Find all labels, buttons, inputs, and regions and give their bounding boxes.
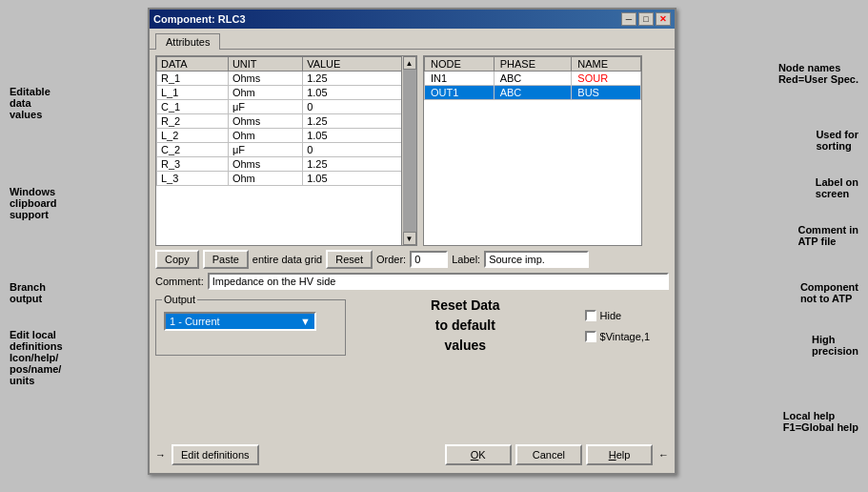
col-name: NAME — [572, 57, 641, 72]
node-table-cell[interactable]: ABC — [494, 72, 572, 86]
col-unit: UNIT — [228, 57, 302, 72]
hide-checkbox-row: Hide — [585, 310, 650, 321]
table-cell[interactable]: L_2 — [157, 129, 229, 143]
minimize-button[interactable]: ─ — [621, 12, 636, 26]
node-table-cell[interactable]: SOUR — [572, 72, 641, 86]
output-section: Output 1 - Current ▼ — [155, 299, 346, 356]
node-table-row[interactable]: OUT1ABCBUS — [425, 86, 641, 100]
table-cell[interactable]: R_1 — [157, 72, 229, 86]
high-precision-annotation: High precision — [812, 334, 858, 357]
maximize-button[interactable]: □ — [638, 12, 654, 26]
table-cell[interactable]: 1.25 — [303, 114, 416, 129]
scroll-track[interactable] — [403, 70, 416, 232]
tables-row: DATA UNIT VALUE R_1Ohms1.25L_1Ohm1.05C_1… — [155, 55, 669, 246]
table-cell[interactable]: C_1 — [157, 100, 229, 114]
dialog-title: Component: RLC3 — [153, 13, 246, 25]
node-table-row[interactable]: IN1ABCSOUR — [425, 72, 641, 86]
entire-grid-label: entire data grid — [252, 254, 322, 265]
output-dropdown[interactable]: 1 - Current ▼ — [164, 312, 316, 331]
table-row[interactable]: C_2μF0 — [157, 143, 416, 157]
node-table: NODE PHASE NAME IN1ABCSOUROUT1ABCBUS — [423, 55, 642, 246]
col-data: DATA — [157, 57, 229, 72]
label-screen-annotation: Label on screen — [816, 176, 858, 199]
node-table-cell[interactable]: BUS — [572, 86, 641, 100]
title-bar: Component: RLC3 ─ □ ✕ — [150, 10, 675, 29]
table-cell[interactable]: L_1 — [157, 86, 229, 100]
paste-button[interactable]: Paste — [203, 250, 249, 269]
edit-local-annotation: Edit local definitions Icon/help/ pos/na… — [10, 329, 63, 386]
table-cell[interactable]: 1.25 — [303, 157, 416, 172]
used-sorting-annotation: Used for sorting — [816, 129, 858, 152]
label-input[interactable] — [484, 251, 589, 268]
dropdown-arrow-icon: ▼ — [300, 316, 311, 327]
component-data-table: DATA UNIT VALUE R_1Ohms1.25L_1Ohm1.05C_1… — [156, 56, 416, 186]
label-label: Label: — [452, 254, 480, 265]
hide-checkbox[interactable] — [585, 310, 596, 321]
node-data-table: NODE PHASE NAME IN1ABCSOUROUT1ABCBUS — [424, 56, 641, 100]
arrow-edit-icon: → — [155, 449, 166, 461]
node-table-cell[interactable]: IN1 — [425, 72, 495, 86]
table-row[interactable]: L_1Ohm1.05 — [157, 86, 416, 100]
table-row[interactable]: L_2Ohm1.05 — [157, 129, 416, 143]
table-cell[interactable]: 0 — [303, 100, 416, 114]
vintage-checkbox-row: $Vintage,1 — [585, 331, 650, 342]
table-cell[interactable]: Ohms — [228, 157, 302, 172]
ok-button[interactable]: OK — [445, 444, 512, 465]
output-row: Output 1 - Current ▼ Reset Data to defau… — [155, 296, 669, 356]
table-cell[interactable]: 1.05 — [303, 86, 416, 100]
table-cell[interactable]: Ohm — [228, 129, 302, 143]
table-row[interactable]: R_3Ohms1.25 — [157, 157, 416, 172]
col-value: VALUE — [303, 57, 416, 72]
reset-data-label: Reset Data to default values — [355, 296, 575, 356]
buttons-row: Copy Paste entire data grid Reset Order:… — [155, 250, 669, 269]
comment-input[interactable] — [208, 273, 669, 290]
node-names-annotation: Node names Red=User Spec. — [778, 62, 858, 85]
table-row[interactable]: C_1μF0 — [157, 100, 416, 114]
reset-button[interactable]: Reset — [326, 250, 373, 269]
data-table-scrollbar[interactable]: ▲ ▼ — [401, 56, 416, 245]
order-input[interactable] — [410, 251, 448, 268]
table-cell[interactable]: R_2 — [157, 114, 229, 129]
checkboxes-area: Hide $Vintage,1 — [585, 296, 650, 356]
comment-row: Comment: — [155, 273, 669, 290]
hide-label: Hide — [600, 310, 622, 321]
output-dropdown-row: 1 - Current ▼ — [164, 312, 337, 331]
tab-bar: Attributes — [150, 29, 675, 49]
node-table-cell[interactable]: ABC — [494, 86, 572, 100]
table-cell[interactable]: C_2 — [157, 143, 229, 157]
scroll-down-button[interactable]: ▼ — [403, 232, 416, 245]
table-cell[interactable]: L_3 — [157, 172, 229, 186]
title-bar-buttons: ─ □ ✕ — [621, 12, 671, 26]
help-button[interactable]: Help — [586, 444, 653, 465]
table-cell[interactable]: Ohms — [228, 72, 302, 86]
table-cell[interactable]: R_3 — [157, 157, 229, 172]
scroll-up-button[interactable]: ▲ — [403, 56, 416, 70]
output-selected: 1 - Current — [170, 316, 220, 327]
table-cell[interactable]: 0 — [303, 143, 416, 157]
cancel-button[interactable]: Cancel — [515, 444, 582, 465]
edit-definitions-button[interactable]: Edit definitions — [172, 444, 259, 465]
close-button[interactable]: ✕ — [656, 12, 671, 26]
table-row[interactable]: L_3Ohm1.05 — [157, 172, 416, 186]
table-cell[interactable]: 1.05 — [303, 172, 416, 186]
table-row[interactable]: R_2Ohms1.25 — [157, 114, 416, 129]
editable-annotation: Editable data values — [10, 86, 50, 120]
table-cell[interactable]: μF — [228, 100, 302, 114]
tab-attributes[interactable]: Attributes — [155, 33, 220, 50]
col-node: NODE — [425, 57, 495, 72]
node-table-cell[interactable]: OUT1 — [425, 86, 495, 100]
order-label: Order: — [376, 254, 406, 265]
table-cell[interactable]: Ohms — [228, 114, 302, 129]
vintage-label: $Vintage,1 — [600, 331, 650, 342]
table-row[interactable]: R_1Ohms1.25 — [157, 72, 416, 86]
table-cell[interactable]: Ohm — [228, 172, 302, 186]
bottom-buttons: → Edit definitions OK Cancel Help ← — [150, 444, 675, 465]
table-cell[interactable]: 1.05 — [303, 129, 416, 143]
comment-label: Comment: — [155, 276, 204, 287]
copy-button[interactable]: Copy — [155, 250, 199, 269]
output-group-label: Output — [162, 294, 197, 305]
vintage-checkbox[interactable] — [585, 331, 596, 342]
table-cell[interactable]: μF — [228, 143, 302, 157]
table-cell[interactable]: Ohm — [228, 86, 302, 100]
table-cell[interactable]: 1.25 — [303, 72, 416, 86]
